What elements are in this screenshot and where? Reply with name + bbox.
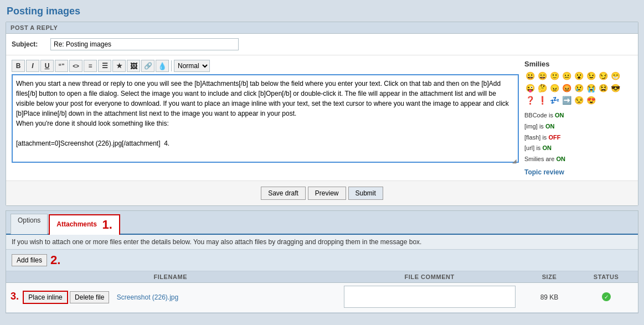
preview-button[interactable]: Preview (308, 187, 346, 200)
add-files-button[interactable]: Add files (12, 254, 47, 266)
smiley-11[interactable]: 😠 (549, 82, 560, 94)
subject-input[interactable] (50, 38, 239, 50)
smiley-20[interactable]: ➡️ (561, 95, 572, 106)
attach-info: If you wish to attach one or more files … (6, 235, 638, 250)
quote-button[interactable]: “” (55, 60, 68, 72)
col-size: SIZE (524, 271, 575, 283)
tabs-bar: Options Attachments 1. (6, 211, 638, 235)
list-bullet-button[interactable]: ≡ (84, 60, 97, 72)
message-textarea[interactable]: When you start a new thread or reply to … (12, 74, 519, 163)
list-ordered-button[interactable]: ☰ (98, 60, 111, 72)
smiley-6[interactable]: 😉 (585, 70, 596, 81)
textarea-resize-handle[interactable]: ◢ (512, 158, 519, 164)
img-status: ON (545, 123, 555, 130)
col-comment: FILE COMMENT (335, 271, 524, 283)
step3-label: 3. (11, 291, 19, 302)
smiley-5[interactable]: 😮 (573, 70, 584, 81)
smiley-18[interactable]: ❗ (537, 95, 548, 106)
tab-attachments[interactable]: Attachments 1. (49, 214, 120, 235)
smiley-16[interactable]: 😎 (610, 82, 621, 94)
smiley-19[interactable]: 💤 (549, 95, 560, 106)
smiley-9[interactable]: 😜 (524, 82, 535, 94)
save-draft-button[interactable]: Save draft (261, 187, 306, 200)
table-row: 3. Place inline Delete file Screenshot (… (6, 282, 638, 312)
smiley-22[interactable]: 😍 (585, 95, 596, 106)
flash-status: OFF (548, 134, 560, 141)
smiley-17[interactable]: ❓ (524, 95, 535, 106)
post-reply-bar: POST A REPLY (6, 22, 638, 34)
status-cell (574, 282, 638, 312)
subject-label: Subject: (12, 40, 50, 48)
smilies-title: Smilies (524, 60, 632, 68)
comment-cell (335, 282, 524, 312)
smiley-2[interactable]: 😄 (537, 70, 548, 81)
step2-label: 2. (50, 253, 60, 267)
code-button[interactable]: <> (69, 60, 83, 72)
action-buttons-row: Save draft Preview Submit (6, 180, 638, 205)
smiley-15[interactable]: 😫 (597, 82, 609, 94)
editor-toolbar: B I U “” <> ≡ ☰ ★ 🖼 🔗 💧 Tiny Small Norm (12, 60, 519, 72)
file-comment-input[interactable] (344, 286, 516, 308)
color-button[interactable]: 💧 (156, 60, 169, 72)
smiley-21[interactable]: 😒 (573, 95, 584, 106)
smiley-1[interactable]: 😀 (524, 70, 535, 81)
smilies-status: ON (556, 156, 565, 162)
image-button[interactable]: 🖼 (127, 60, 140, 72)
file-link[interactable]: Screenshot (226).jpg (117, 293, 178, 301)
place-inline-button[interactable]: Place inline (23, 291, 68, 304)
tab-options[interactable]: Options (11, 214, 48, 234)
smiley-3[interactable]: 🙂 (549, 70, 560, 81)
url-status: ON (542, 145, 552, 151)
smiley-4[interactable]: 😐 (561, 70, 572, 81)
status-ok-icon (602, 292, 611, 301)
files-table: FILENAME FILE COMMENT SIZE STATUS 3. Pla… (6, 271, 638, 313)
submit-button[interactable]: Submit (348, 187, 383, 200)
smiley-8[interactable]: 😁 (610, 70, 621, 81)
smiley-12[interactable]: 😡 (561, 82, 572, 94)
bbcode-status: ON (555, 112, 564, 118)
add-files-row: Add files 2. (6, 250, 638, 271)
delete-file-button[interactable]: Delete file (70, 291, 109, 303)
topic-review-link[interactable]: Topic review (524, 168, 632, 176)
bbcode-info: BBCode is ON [img] is ON [flash] is OFF … (524, 110, 632, 165)
font-size-select[interactable]: Tiny Small Normal Large Huge (174, 60, 210, 72)
underline-button[interactable]: U (40, 60, 54, 72)
step1-label: 1. (102, 218, 112, 231)
smiley-10[interactable]: 🤔 (537, 82, 548, 94)
toolbar-separator (171, 60, 172, 71)
size-cell: 89 KB (524, 282, 575, 312)
smilies-grid: 😀 😄 🙂 😐 😮 😉 😏 😁 😜 🤔 😠 😡 😢 😭 😫 😎 (524, 70, 632, 106)
star-button[interactable]: ★ (112, 60, 126, 72)
col-status: STATUS (574, 271, 638, 283)
bold-button[interactable]: B (12, 60, 25, 72)
italic-button[interactable]: I (26, 60, 39, 72)
link-button[interactable]: 🔗 (141, 60, 154, 72)
file-cell: 3. Place inline Delete file Screenshot (… (6, 282, 335, 312)
col-filename: FILENAME (6, 271, 335, 283)
page-title: Posting images (6, 6, 638, 17)
smiley-13[interactable]: 😢 (573, 82, 584, 94)
smiley-7[interactable]: 😏 (597, 70, 609, 81)
smiley-14[interactable]: 😭 (585, 82, 596, 94)
